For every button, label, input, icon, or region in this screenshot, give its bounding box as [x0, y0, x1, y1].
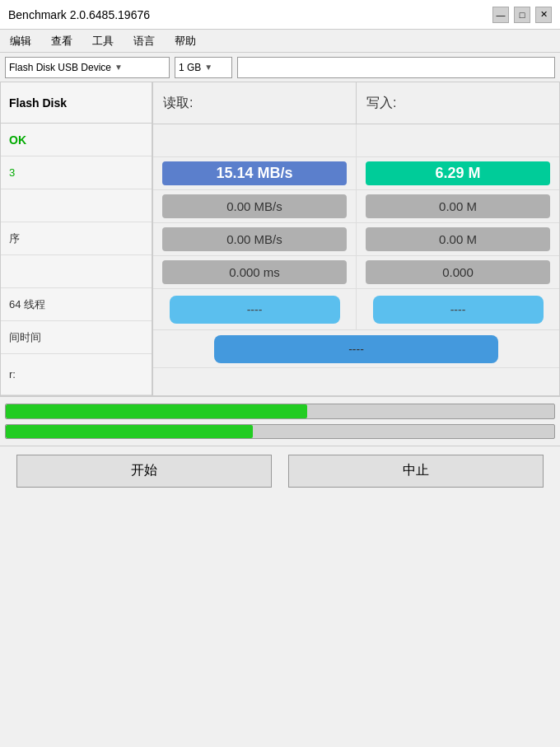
- progress-bar-2-container: [5, 424, 555, 440]
- sidebar-num-label: 3: [9, 166, 15, 179]
- action-buttons-row2: ----: [153, 330, 559, 368]
- data-row-time: 0.000 ms 0.000: [153, 256, 559, 289]
- size-dropdown[interactable]: 1 GB ▼: [175, 57, 232, 78]
- action-btn2[interactable]: ----: [373, 296, 544, 324]
- left-panel-title-area: Flash Disk: [1, 82, 152, 124]
- write-time-cell: 0.000: [357, 256, 559, 288]
- write-header-label: 写入:: [366, 95, 396, 112]
- read-header-label: 读取:: [163, 95, 193, 112]
- sidebar-ok-label: OK: [9, 133, 26, 147]
- write-2-value: 0.00 M: [366, 194, 550, 218]
- progress-section: [0, 396, 560, 446]
- write-thread-value: 0.00 M: [366, 227, 550, 251]
- toolbar: Flash Disk USB Device ▼ 1 GB ▼: [0, 53, 560, 82]
- sidebar-ok-row: OK: [1, 124, 152, 156]
- sidebar-rows: OK 3 序 64 线程 间时间 r:: [1, 124, 152, 395]
- close-button[interactable]: ✕: [535, 7, 552, 23]
- toolbar-input[interactable]: [237, 57, 555, 78]
- data-row-seq: 15.14 MB/s 6.29 M: [153, 157, 559, 190]
- data-row-thread: 0.00 MB/s 0.00 M: [153, 223, 559, 256]
- window-controls: — □ ✕: [492, 7, 552, 23]
- write-header: 写入:: [357, 82, 559, 124]
- read-2-cell: 0.00 MB/s: [153, 190, 357, 222]
- sidebar-time-label: 间时间: [9, 330, 41, 345]
- sidebar-thread-label: 64 线程: [9, 297, 45, 312]
- sidebar-seq-row: 序: [1, 222, 152, 255]
- col-headers: 读取: 写入:: [153, 82, 559, 124]
- menu-edit[interactable]: 编辑: [0, 31, 41, 51]
- read-time-value: 0.000 ms: [162, 260, 347, 284]
- left-panel: Flash Disk OK 3 序 64 线程 间时间: [1, 82, 153, 395]
- data-row-empty: [153, 124, 559, 157]
- progress-bar-1-fill: [6, 404, 307, 418]
- bottom-bar: 开始 中止: [0, 446, 560, 495]
- read-time-cell: 0.000 ms: [153, 256, 357, 288]
- progress-bar-2-fill: [6, 425, 253, 439]
- menu-tools[interactable]: 工具: [82, 31, 124, 51]
- action-btn3-cell: ----: [153, 335, 559, 363]
- action-btn1-cell: ----: [153, 289, 357, 329]
- read-header: 读取:: [153, 82, 357, 124]
- sidebar-title: Flash Disk: [9, 96, 67, 110]
- app-title: Benchmark 2.0.6485.19676: [8, 8, 150, 21]
- action-btn3[interactable]: ----: [214, 335, 498, 363]
- device-label: Flash Disk USB Device: [9, 62, 111, 73]
- write-seq-value: 6.29 M: [366, 161, 550, 185]
- start-button[interactable]: 开始: [16, 455, 272, 488]
- maximize-button[interactable]: □: [514, 7, 530, 23]
- sidebar-bottom-row: r:: [1, 354, 152, 395]
- progress-bar-1-container: [5, 404, 555, 419]
- read-thread-cell: 0.00 MB/s: [153, 223, 357, 255]
- action-btn2-cell: ----: [357, 289, 559, 329]
- write-2-cell: 0.00 M: [357, 190, 559, 222]
- write-thread-cell: 0.00 M: [357, 223, 559, 255]
- read-empty-cell: [153, 124, 357, 156]
- device-dropdown-arrow: ▼: [114, 63, 123, 72]
- device-dropdown[interactable]: Flash Disk USB Device ▼: [5, 57, 170, 78]
- write-empty-cell: [357, 124, 559, 156]
- main-table: Flash Disk OK 3 序 64 线程 间时间: [0, 82, 560, 396]
- sidebar-seq-label: 序: [9, 231, 20, 246]
- sidebar-thread-row: 64 线程: [1, 288, 152, 321]
- sidebar-spacer-row: [1, 189, 152, 222]
- menu-bar: 编辑 查看 工具 语言 帮助: [0, 30, 560, 53]
- data-row-2: 0.00 MB/s 0.00 M: [153, 190, 559, 223]
- sidebar-rand-row: [1, 255, 152, 288]
- right-panel: 读取: 写入: 15.14 MB/s 6.29 M 0.00 MB/s: [153, 82, 559, 395]
- read-2-value: 0.00 MB/s: [162, 194, 347, 218]
- read-seq-value: 15.14 MB/s: [162, 161, 347, 185]
- read-thread-value: 0.00 MB/s: [162, 227, 347, 251]
- size-dropdown-arrow: ▼: [204, 63, 212, 72]
- sidebar-num-row: 3: [1, 156, 152, 189]
- write-time-value: 0.000: [366, 260, 550, 284]
- action-btn1[interactable]: ----: [170, 296, 340, 324]
- read-seq-cell: 15.14 MB/s: [153, 157, 357, 189]
- sidebar-bottom-label: r:: [9, 368, 16, 381]
- action-buttons-row1: ---- ----: [153, 289, 559, 330]
- write-seq-cell: 6.29 M: [357, 157, 559, 189]
- menu-view[interactable]: 查看: [41, 31, 82, 51]
- minimize-button[interactable]: —: [492, 7, 509, 23]
- title-bar: Benchmark 2.0.6485.19676 — □ ✕: [0, 0, 560, 30]
- menu-language[interactable]: 语言: [124, 31, 165, 51]
- stop-button[interactable]: 中止: [288, 455, 544, 488]
- sidebar-time-row: 间时间: [1, 321, 152, 354]
- menu-help[interactable]: 帮助: [165, 31, 206, 51]
- size-label: 1 GB: [179, 62, 201, 73]
